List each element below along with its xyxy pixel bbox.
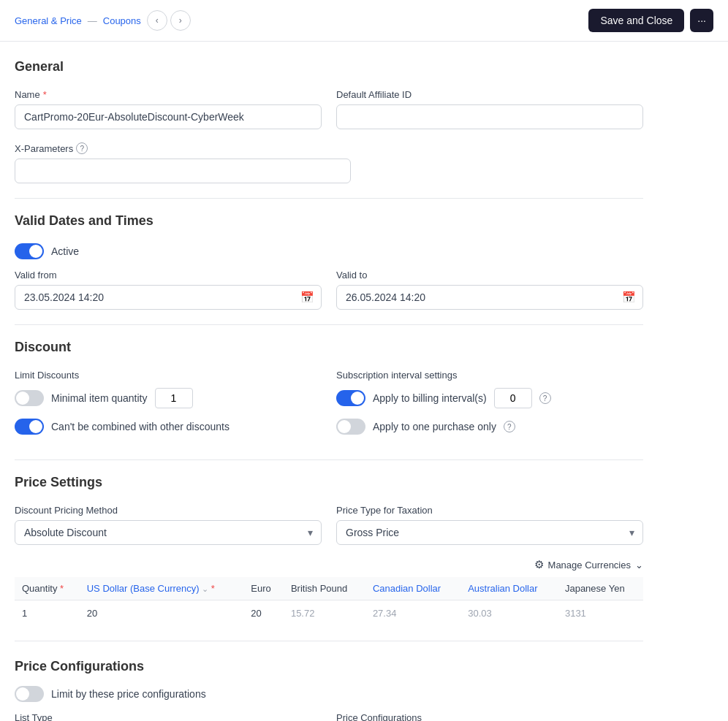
- price-settings-title: Price Settings: [15, 475, 643, 490]
- divider-2: [15, 324, 643, 325]
- col-aud: Australian Dollar: [460, 577, 558, 600]
- dates-row: Valid from 📅 Valid to 📅: [15, 270, 643, 310]
- discount-left: Limit Discounts Minimal item quantity Ca…: [15, 370, 322, 445]
- affiliate-group: Default Affiliate ID: [336, 89, 643, 129]
- min-qty-row: Minimal item quantity: [15, 388, 322, 408]
- affiliate-input[interactable]: [336, 104, 643, 129]
- valid-to-label: Valid to: [336, 270, 643, 281]
- xparams-group: X-Parameters ?: [15, 142, 351, 183]
- subscription-label: Subscription interval settings: [336, 370, 643, 381]
- valid-to-group: Valid to 📅: [336, 270, 643, 310]
- cell-jpy: 3131: [558, 600, 643, 627]
- price-config-group: Price Configurations: [336, 712, 643, 721]
- xparams-input[interactable]: [15, 159, 351, 183]
- pricing-method-row: Discount Pricing Method Absolute Discoun…: [15, 505, 643, 545]
- one-purchase-help-icon[interactable]: ?: [504, 421, 515, 432]
- min-qty-toggle[interactable]: [15, 390, 44, 406]
- billing-interval-input[interactable]: [494, 388, 532, 408]
- discount-pricing-select[interactable]: Absolute Discount: [15, 520, 322, 545]
- discount-title: Discount: [15, 340, 643, 355]
- cell-cad: 27.34: [365, 600, 460, 627]
- valid-from-calendar-icon: 📅: [300, 291, 314, 304]
- more-options-button[interactable]: ···: [690, 9, 713, 32]
- billing-interval-help-icon[interactable]: ?: [539, 392, 551, 404]
- top-bar: General & Price — Coupons ‹ › Save and C…: [0, 0, 728, 42]
- save-and-close-button[interactable]: Save and Close: [588, 9, 684, 32]
- divider-1: [15, 198, 643, 199]
- name-required: *: [43, 89, 47, 100]
- col-quantity: Quantity *: [15, 577, 80, 600]
- xparams-label: X-Parameters ?: [15, 142, 351, 154]
- general-section-title: General: [15, 59, 643, 75]
- cell-quantity: 1: [15, 600, 80, 627]
- divider-3: [15, 459, 643, 460]
- main-content: General Name * Default Affiliate ID X-Pa…: [0, 42, 658, 721]
- valid-from-group: Valid from 📅: [15, 270, 322, 310]
- nav-prev-button[interactable]: ‹: [147, 10, 167, 31]
- gear-icon: ⚙: [534, 558, 544, 571]
- discount-pricing-label: Discount Pricing Method: [15, 505, 322, 516]
- col-gbp: British Pound: [284, 577, 365, 600]
- tab-general-price[interactable]: General & Price: [15, 15, 82, 26]
- one-purchase-row: Apply to one purchase only ?: [336, 419, 643, 435]
- cell-usd: 20: [80, 600, 244, 627]
- billing-interval-row: Apply to billing interval(s) ?: [336, 388, 643, 408]
- billing-interval-label: Apply to billing interval(s): [373, 392, 487, 404]
- price-table: Quantity * US Dollar (Base Currency) ⌄ *…: [15, 577, 643, 626]
- list-type-label: List Type: [15, 712, 322, 721]
- discount-pricing-group: Discount Pricing Method Absolute Discoun…: [15, 505, 322, 545]
- name-group: Name *: [15, 89, 322, 129]
- top-bar-right: Save and Close ···: [588, 9, 713, 32]
- valid-to-calendar-icon: 📅: [622, 291, 636, 304]
- valid-dates-section: Valid Dates and Times Active Valid from …: [15, 213, 643, 310]
- limit-config-toggle[interactable]: [15, 686, 44, 702]
- manage-currencies-chevron: ⌄: [635, 560, 643, 571]
- nav-next-button[interactable]: ›: [170, 10, 191, 31]
- price-tax-label: Price Type for Taxation: [336, 505, 643, 516]
- active-toggle-row: Active: [15, 243, 643, 259]
- general-section: General Name * Default Affiliate ID X-Pa…: [15, 59, 643, 183]
- one-purchase-label: Apply to one purchase only: [373, 421, 496, 432]
- cell-aud: 30.03: [460, 600, 558, 627]
- xparams-help-icon[interactable]: ?: [76, 142, 88, 154]
- limit-discounts-label: Limit Discounts: [15, 370, 322, 381]
- valid-from-wrapper: 📅: [15, 285, 322, 310]
- min-qty-label: Minimal item quantity: [51, 392, 148, 404]
- min-qty-input[interactable]: [155, 388, 193, 408]
- price-settings-section: Price Settings Discount Pricing Method A…: [15, 475, 643, 626]
- valid-from-input[interactable]: [15, 285, 322, 310]
- col-cad: Canadian Dollar: [365, 577, 460, 600]
- manage-currencies-row[interactable]: ⚙ Manage Currencies ⌄: [15, 558, 643, 571]
- name-input[interactable]: [15, 104, 322, 129]
- valid-dates-title: Valid Dates and Times: [15, 213, 643, 229]
- active-toggle[interactable]: [15, 243, 44, 259]
- one-purchase-toggle[interactable]: [336, 419, 365, 435]
- col-euro: Euro: [243, 577, 284, 600]
- list-type-group: List Type Include List: [15, 712, 322, 721]
- xparams-row: X-Parameters ?: [15, 142, 643, 183]
- cannot-combine-toggle[interactable]: [15, 419, 44, 435]
- affiliate-label: Default Affiliate ID: [336, 89, 643, 100]
- tab-coupons[interactable]: Coupons: [103, 15, 141, 26]
- cell-gbp: 15.72: [284, 600, 365, 627]
- discount-two-col: Limit Discounts Minimal item quantity Ca…: [15, 370, 643, 445]
- limit-config-row: Limit by these price configurations: [15, 686, 643, 702]
- limit-config-label: Limit by these price configurations: [51, 688, 206, 700]
- nav-arrows: ‹ ›: [147, 10, 191, 31]
- valid-from-label: Valid from: [15, 270, 322, 281]
- top-bar-left: General & Price — Coupons ‹ ›: [15, 10, 191, 31]
- billing-interval-toggle[interactable]: [336, 390, 365, 406]
- price-tax-select[interactable]: Gross Price: [336, 520, 643, 545]
- price-configurations-section: Price Configurations Limit by these pric…: [15, 659, 643, 721]
- active-label: Active: [51, 245, 79, 257]
- nav-separator: —: [88, 15, 97, 26]
- manage-currencies-label: Manage Currencies: [548, 560, 631, 571]
- list-type-row: List Type Include List Price Configurati…: [15, 712, 643, 721]
- discount-right: Subscription interval settings Apply to …: [336, 370, 643, 445]
- valid-to-input[interactable]: [336, 285, 643, 310]
- cannot-combine-label: Can't be combined with other discounts: [51, 421, 230, 432]
- col-usd: US Dollar (Base Currency) ⌄ *: [80, 577, 244, 600]
- table-row: 1 20 20 15.72 27.34 30.03 3131: [15, 600, 643, 627]
- price-config-title: Price Configurations: [15, 659, 643, 674]
- price-tax-select-wrapper: Gross Price: [336, 520, 643, 545]
